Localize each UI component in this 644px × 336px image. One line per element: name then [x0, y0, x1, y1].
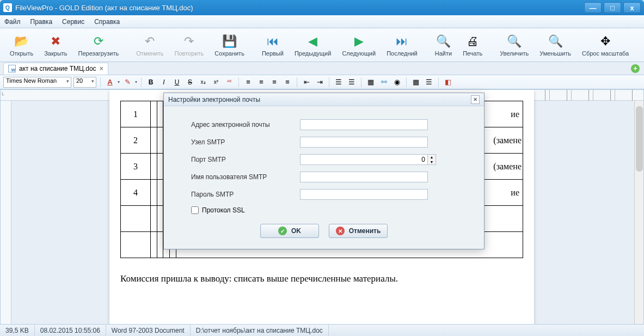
x-icon: ✖	[48, 34, 63, 49]
scroll-thumb[interactable]	[636, 106, 643, 172]
smtp-port-label: Порт SMTP	[191, 156, 300, 163]
properties-button[interactable]: ☰	[424, 77, 434, 88]
smtp-user-input[interactable]	[300, 172, 428, 182]
word-doc-icon	[8, 65, 16, 72]
status-size: 39,5 KB	[0, 325, 35, 336]
window-title: FileViewPro - GOLD Edition (акт на списа…	[15, 4, 193, 12]
font-family-select[interactable]: Times New Roman	[3, 77, 71, 88]
next-button[interactable]: ▶Следующий	[338, 33, 380, 58]
menu-help[interactable]: Справка	[94, 18, 120, 26]
pdf-button[interactable]: ◧	[443, 77, 453, 88]
spin-up-button[interactable]: ▲	[428, 155, 436, 160]
smtp-host-label: Узел SMTP	[191, 138, 300, 146]
statusbar: 39,5 KB 08.02.2015 10:55:06 Word 97-2003…	[0, 324, 644, 336]
titlebar: Q FileViewPro - GOLD Edition (акт на спи…	[0, 0, 644, 15]
menu-edit[interactable]: Правка	[30, 18, 53, 26]
smtp-pass-label: Пароль SMTP	[191, 191, 300, 198]
zoom-out-icon: 🔍	[548, 34, 563, 49]
cancel-icon: ✕	[336, 227, 345, 235]
font-color-button[interactable]: A	[105, 77, 115, 88]
spellcheck-button[interactable]: ᴬᴮ	[224, 77, 235, 88]
align-left-button[interactable]: ≡	[243, 77, 254, 88]
align-justify-button[interactable]: ≡	[282, 77, 293, 88]
format-toolbar: Times New Roman 20 A▾ ✎▾ B I U S x₂ x² ᴬ…	[0, 75, 644, 89]
find-button[interactable]: 🔍Найти	[431, 33, 456, 58]
list-bullets-button[interactable]: ☰	[333, 77, 344, 88]
vertical-ruler	[1, 101, 11, 327]
subscript-button[interactable]: x₂	[198, 77, 208, 88]
document-tab[interactable]: акт на списание ТМЦ.doc ×	[3, 63, 108, 75]
minimize-button[interactable]: —	[584, 2, 602, 13]
align-right-button[interactable]: ≡	[269, 77, 280, 88]
smtp-pass-input[interactable]	[300, 189, 428, 200]
first-button[interactable]: ⏮Первый	[257, 33, 288, 58]
bold-button[interactable]: B	[145, 77, 156, 88]
first-icon: ⏮	[265, 34, 280, 49]
prev-button[interactable]: ◀Предыдущий	[290, 33, 335, 58]
menubar: Файл Правка Сервис Справка	[0, 15, 644, 28]
maximize-button[interactable]: □	[604, 2, 621, 13]
status-date: 08.02.2015 10:55:06	[35, 325, 106, 336]
next-icon: ▶	[351, 34, 366, 49]
close-button[interactable]: x	[623, 2, 641, 13]
redo-button[interactable]: ↷Повторить	[170, 33, 208, 58]
dialog-close-button[interactable]: ✕	[471, 95, 480, 104]
email-settings-dialog: Настройки электронной почты ✕ Адрес элек…	[163, 93, 484, 249]
insert-object-button[interactable]: ◉	[391, 77, 402, 88]
spin-down-button[interactable]: ▼	[428, 160, 436, 164]
status-path: D:\отчет ноябрь\акт на списание ТМЦ.doc	[191, 325, 329, 336]
insert-image-button[interactable]: ▦	[365, 77, 376, 88]
smtp-host-input[interactable]	[300, 137, 428, 148]
smtp-user-label: Имя пользователя SMTP	[191, 173, 300, 181]
close-file-button[interactable]: ✖Закрыть	[40, 33, 71, 58]
insert-link-button[interactable]: ⚯	[378, 77, 389, 88]
cancel-button[interactable]: ✕Отменить	[329, 224, 388, 238]
ssl-checkbox[interactable]	[191, 206, 199, 214]
superscript-button[interactable]: x²	[211, 77, 222, 88]
zoom-reset-button[interactable]: ✥Сброс масштаба	[578, 33, 633, 58]
ok-button[interactable]: ✓OK	[260, 224, 319, 238]
reload-button[interactable]: ⟳Перезагрузить	[74, 33, 124, 58]
indent-dec-button[interactable]: ⇤	[301, 77, 312, 88]
redo-icon: ↷	[181, 34, 197, 49]
save-button[interactable]: 💾Сохранить	[210, 33, 249, 58]
zoom-in-button[interactable]: 🔍Увеличить	[495, 33, 533, 58]
add-tab-button[interactable]: +	[631, 64, 640, 73]
open-button[interactable]: 📂Открыть	[5, 33, 38, 58]
list-numbers-button[interactable]: ☰	[346, 77, 357, 88]
check-icon: ✓	[278, 227, 287, 235]
highlight-button[interactable]: ✎	[122, 77, 133, 88]
prev-icon: ◀	[305, 34, 321, 49]
indent-inc-button[interactable]: ⇥	[314, 77, 325, 88]
undo-icon: ↶	[142, 34, 157, 49]
strike-button[interactable]: S	[185, 77, 195, 88]
app-icon: Q	[3, 3, 12, 12]
align-center-button[interactable]: ≡	[256, 77, 267, 88]
email-label: Адрес электронной почты	[191, 121, 300, 129]
print-button[interactable]: 🖨Печать	[458, 33, 487, 58]
vertical-scrollbar[interactable]	[634, 101, 643, 327]
folder-icon: 📂	[14, 34, 29, 49]
status-type: Word 97-2003 Document	[106, 325, 191, 336]
last-icon: ⏭	[394, 34, 409, 49]
zoom-out-button[interactable]: 🔍Уменьшить	[535, 33, 575, 58]
ssl-label: Протокол SSL	[202, 206, 245, 214]
underline-button[interactable]: U	[171, 77, 182, 88]
last-button[interactable]: ⏭Последний	[382, 33, 422, 58]
table-button[interactable]: ▦	[410, 77, 421, 88]
zoom-reset-icon: ✥	[598, 34, 613, 49]
menu-service[interactable]: Сервис	[62, 18, 84, 26]
font-size-select[interactable]: 20	[73, 77, 96, 88]
save-icon: 💾	[222, 34, 237, 49]
tab-close-icon[interactable]: ×	[100, 65, 103, 72]
compress-button[interactable]: ▣Сжать	[642, 33, 644, 58]
italic-button[interactable]: I	[158, 77, 169, 88]
email-input[interactable]	[300, 119, 428, 130]
smtp-port-spinner[interactable]: ▲▼	[300, 154, 436, 165]
menu-file[interactable]: Файл	[4, 18, 21, 26]
zoom-in-icon: 🔍	[507, 34, 522, 49]
smtp-port-input[interactable]	[300, 154, 428, 165]
undo-button[interactable]: ↶Отменить	[132, 33, 168, 58]
dialog-title-bar[interactable]: Настройки электронной почты ✕	[164, 93, 484, 106]
document-tabs: акт на списание ТМЦ.doc × +	[0, 62, 644, 75]
